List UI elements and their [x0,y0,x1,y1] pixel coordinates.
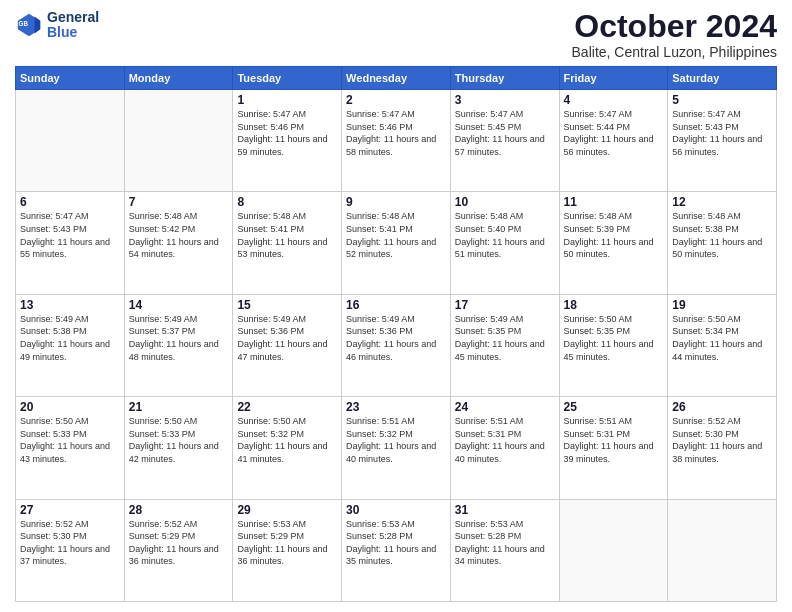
calendar-table: SundayMondayTuesdayWednesdayThursdayFrid… [15,66,777,602]
day-number: 27 [20,503,120,517]
calendar-week-row: 1Sunrise: 5:47 AM Sunset: 5:46 PM Daylig… [16,90,777,192]
title-section: October 2024 Balite, Central Luzon, Phil… [572,10,777,60]
calendar-cell: 22Sunrise: 5:50 AM Sunset: 5:32 PM Dayli… [233,397,342,499]
calendar-cell: 23Sunrise: 5:51 AM Sunset: 5:32 PM Dayli… [342,397,451,499]
day-number: 1 [237,93,337,107]
svg-text:GB: GB [19,21,29,28]
day-number: 5 [672,93,772,107]
calendar-cell: 24Sunrise: 5:51 AM Sunset: 5:31 PM Dayli… [450,397,559,499]
calendar-header-row: SundayMondayTuesdayWednesdayThursdayFrid… [16,67,777,90]
day-info: Sunrise: 5:51 AM Sunset: 5:32 PM Dayligh… [346,415,446,465]
calendar-cell: 2Sunrise: 5:47 AM Sunset: 5:46 PM Daylig… [342,90,451,192]
calendar-cell [124,90,233,192]
day-number: 29 [237,503,337,517]
day-info: Sunrise: 5:48 AM Sunset: 5:42 PM Dayligh… [129,210,229,260]
calendar-cell: 20Sunrise: 5:50 AM Sunset: 5:33 PM Dayli… [16,397,125,499]
day-info: Sunrise: 5:53 AM Sunset: 5:28 PM Dayligh… [346,518,446,568]
day-number: 4 [564,93,664,107]
day-number: 7 [129,195,229,209]
day-number: 24 [455,400,555,414]
day-info: Sunrise: 5:50 AM Sunset: 5:33 PM Dayligh… [20,415,120,465]
day-number: 13 [20,298,120,312]
day-info: Sunrise: 5:48 AM Sunset: 5:41 PM Dayligh… [237,210,337,260]
page: GB General Blue October 2024 Balite, Cen… [0,0,792,612]
day-info: Sunrise: 5:49 AM Sunset: 5:36 PM Dayligh… [346,313,446,363]
calendar-cell: 10Sunrise: 5:48 AM Sunset: 5:40 PM Dayli… [450,192,559,294]
day-number: 14 [129,298,229,312]
weekday-header: Monday [124,67,233,90]
calendar-cell: 29Sunrise: 5:53 AM Sunset: 5:29 PM Dayli… [233,499,342,601]
day-number: 3 [455,93,555,107]
svg-marker-1 [35,17,41,34]
calendar-cell: 4Sunrise: 5:47 AM Sunset: 5:44 PM Daylig… [559,90,668,192]
day-number: 15 [237,298,337,312]
calendar-cell: 15Sunrise: 5:49 AM Sunset: 5:36 PM Dayli… [233,294,342,396]
calendar-cell: 19Sunrise: 5:50 AM Sunset: 5:34 PM Dayli… [668,294,777,396]
day-number: 19 [672,298,772,312]
calendar-cell: 14Sunrise: 5:49 AM Sunset: 5:37 PM Dayli… [124,294,233,396]
header: GB General Blue October 2024 Balite, Cen… [15,10,777,60]
day-info: Sunrise: 5:49 AM Sunset: 5:36 PM Dayligh… [237,313,337,363]
day-number: 25 [564,400,664,414]
day-number: 30 [346,503,446,517]
calendar-cell [16,90,125,192]
day-info: Sunrise: 5:51 AM Sunset: 5:31 PM Dayligh… [455,415,555,465]
day-info: Sunrise: 5:48 AM Sunset: 5:40 PM Dayligh… [455,210,555,260]
calendar-cell: 9Sunrise: 5:48 AM Sunset: 5:41 PM Daylig… [342,192,451,294]
day-number: 2 [346,93,446,107]
day-info: Sunrise: 5:52 AM Sunset: 5:30 PM Dayligh… [20,518,120,568]
day-number: 11 [564,195,664,209]
day-number: 22 [237,400,337,414]
calendar-week-row: 27Sunrise: 5:52 AM Sunset: 5:30 PM Dayli… [16,499,777,601]
day-info: Sunrise: 5:50 AM Sunset: 5:35 PM Dayligh… [564,313,664,363]
day-number: 12 [672,195,772,209]
weekday-header: Friday [559,67,668,90]
calendar-cell: 30Sunrise: 5:53 AM Sunset: 5:28 PM Dayli… [342,499,451,601]
calendar-week-row: 13Sunrise: 5:49 AM Sunset: 5:38 PM Dayli… [16,294,777,396]
day-number: 17 [455,298,555,312]
day-info: Sunrise: 5:49 AM Sunset: 5:38 PM Dayligh… [20,313,120,363]
day-number: 18 [564,298,664,312]
day-number: 21 [129,400,229,414]
calendar-cell: 25Sunrise: 5:51 AM Sunset: 5:31 PM Dayli… [559,397,668,499]
calendar-cell: 6Sunrise: 5:47 AM Sunset: 5:43 PM Daylig… [16,192,125,294]
day-number: 26 [672,400,772,414]
calendar-cell: 13Sunrise: 5:49 AM Sunset: 5:38 PM Dayli… [16,294,125,396]
location-subtitle: Balite, Central Luzon, Philippines [572,44,777,60]
weekday-header: Sunday [16,67,125,90]
day-info: Sunrise: 5:48 AM Sunset: 5:39 PM Dayligh… [564,210,664,260]
day-info: Sunrise: 5:47 AM Sunset: 5:46 PM Dayligh… [237,108,337,158]
calendar-cell: 27Sunrise: 5:52 AM Sunset: 5:30 PM Dayli… [16,499,125,601]
calendar-cell: 1Sunrise: 5:47 AM Sunset: 5:46 PM Daylig… [233,90,342,192]
logo-icon: GB [15,11,43,39]
day-number: 10 [455,195,555,209]
calendar-cell: 3Sunrise: 5:47 AM Sunset: 5:45 PM Daylig… [450,90,559,192]
day-number: 6 [20,195,120,209]
calendar-cell: 17Sunrise: 5:49 AM Sunset: 5:35 PM Dayli… [450,294,559,396]
calendar-cell: 8Sunrise: 5:48 AM Sunset: 5:41 PM Daylig… [233,192,342,294]
day-number: 8 [237,195,337,209]
day-info: Sunrise: 5:48 AM Sunset: 5:38 PM Dayligh… [672,210,772,260]
calendar-cell: 21Sunrise: 5:50 AM Sunset: 5:33 PM Dayli… [124,397,233,499]
day-info: Sunrise: 5:53 AM Sunset: 5:29 PM Dayligh… [237,518,337,568]
day-number: 9 [346,195,446,209]
day-info: Sunrise: 5:48 AM Sunset: 5:41 PM Dayligh… [346,210,446,260]
calendar-week-row: 6Sunrise: 5:47 AM Sunset: 5:43 PM Daylig… [16,192,777,294]
calendar-cell: 28Sunrise: 5:52 AM Sunset: 5:29 PM Dayli… [124,499,233,601]
calendar-cell: 12Sunrise: 5:48 AM Sunset: 5:38 PM Dayli… [668,192,777,294]
day-number: 31 [455,503,555,517]
day-info: Sunrise: 5:51 AM Sunset: 5:31 PM Dayligh… [564,415,664,465]
month-title: October 2024 [572,10,777,42]
weekday-header: Wednesday [342,67,451,90]
calendar-cell [668,499,777,601]
day-info: Sunrise: 5:50 AM Sunset: 5:34 PM Dayligh… [672,313,772,363]
calendar-cell: 5Sunrise: 5:47 AM Sunset: 5:43 PM Daylig… [668,90,777,192]
logo: GB General Blue [15,10,99,41]
day-info: Sunrise: 5:47 AM Sunset: 5:43 PM Dayligh… [20,210,120,260]
day-info: Sunrise: 5:47 AM Sunset: 5:46 PM Dayligh… [346,108,446,158]
day-info: Sunrise: 5:50 AM Sunset: 5:32 PM Dayligh… [237,415,337,465]
calendar-cell: 26Sunrise: 5:52 AM Sunset: 5:30 PM Dayli… [668,397,777,499]
day-info: Sunrise: 5:53 AM Sunset: 5:28 PM Dayligh… [455,518,555,568]
day-number: 28 [129,503,229,517]
calendar-cell: 18Sunrise: 5:50 AM Sunset: 5:35 PM Dayli… [559,294,668,396]
